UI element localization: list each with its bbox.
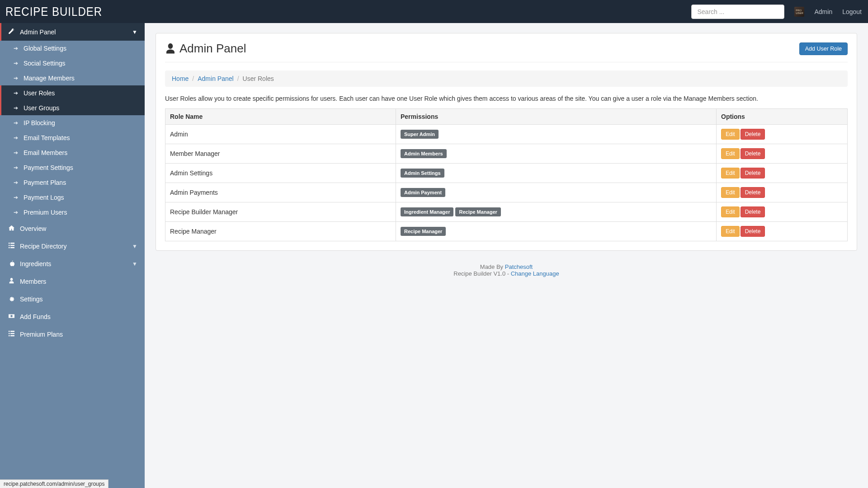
delete-button[interactable]: Delete — [741, 187, 765, 198]
delete-button[interactable]: Delete — [741, 168, 765, 178]
permissions-cell: Admin Members — [396, 144, 717, 164]
delete-button[interactable]: Delete — [741, 206, 765, 217]
sidebar-item-premium-users[interactable]: ➔Premium Users — [0, 205, 145, 220]
sidebar-label-settings: Settings — [20, 296, 43, 303]
options-cell: EditDelete — [717, 125, 848, 144]
nav-admin-link[interactable]: Admin — [814, 8, 832, 15]
sidebar-item-payment-settings[interactable]: ➔Payment Settings — [0, 160, 145, 175]
edit-button[interactable]: Edit — [721, 129, 740, 140]
sidebar: Admin Panel ▼ ➔Global Settings➔Social Se… — [0, 23, 145, 488]
breadcrumb: Home / Admin Panel / User Roles — [165, 70, 848, 87]
sidebar-item-recipe-directory[interactable]: Recipe Directory ▼ — [0, 237, 145, 255]
permission-tag: Admin Payment — [401, 188, 445, 197]
role-name-cell: Recipe Builder Manager — [165, 202, 396, 222]
delete-button[interactable]: Delete — [741, 129, 765, 140]
sidebar-item-email-members[interactable]: ➔Email Members — [0, 145, 145, 160]
arrow-right-icon: ➔ — [14, 179, 18, 186]
table-row: Admin SettingsAdmin SettingsEditDelete — [165, 164, 848, 183]
sidebar-item-premium-plans[interactable]: Premium Plans — [0, 325, 145, 343]
table-row: AdminSuper AdminEditDelete — [165, 125, 848, 144]
arrow-right-icon: ➔ — [14, 120, 18, 126]
sidebar-label-premium-plans: Premium Plans — [20, 331, 63, 338]
arrow-right-icon: ➔ — [14, 90, 18, 96]
footer-change-language[interactable]: Change Language — [511, 270, 559, 277]
footer-brand-link[interactable]: Patchesoft — [505, 263, 533, 270]
edit-button[interactable]: Edit — [721, 148, 740, 159]
sidebar-item-admin-panel[interactable]: Admin Panel ▼ — [0, 23, 145, 41]
permissions-cell: Recipe Manager — [396, 222, 717, 241]
role-name-cell: Admin — [165, 125, 396, 144]
edit-button[interactable]: Edit — [721, 226, 740, 237]
status-url: recipe.patchesoft.com/admin/user_groups — [0, 479, 108, 488]
sidebar-item-label: Global Settings — [24, 45, 66, 52]
add-user-role-button[interactable]: Add User Role — [799, 42, 848, 55]
page-title-text: Admin Panel — [179, 42, 246, 56]
footer-version: Recipe Builder V1.0 - — [453, 270, 510, 277]
edit-button[interactable]: Edit — [721, 187, 740, 198]
sidebar-item-label: User Roles — [24, 89, 55, 97]
permission-tag: Recipe Manager — [455, 207, 500, 216]
brand[interactable]: RECIPE BUILDER — [5, 4, 102, 19]
gear-icon — [7, 296, 15, 303]
page-description: User Roles allow you to create specific … — [165, 95, 848, 102]
user-icon — [165, 43, 176, 54]
table-row: Recipe Builder ManagerIngredient Manager… — [165, 202, 848, 222]
breadcrumb-home[interactable]: Home — [172, 75, 189, 82]
list-icon — [7, 331, 15, 338]
sidebar-item-global-settings[interactable]: ➔Global Settings — [0, 41, 145, 56]
sidebar-item-payment-plans[interactable]: ➔Payment Plans — [0, 175, 145, 190]
money-icon — [7, 313, 15, 320]
sidebar-item-label: User Groups — [24, 104, 59, 112]
sidebar-item-payment-logs[interactable]: ➔Payment Logs — [0, 190, 145, 205]
sidebar-item-members[interactable]: Members — [0, 272, 145, 290]
sidebar-item-email-templates[interactable]: ➔Email Templates — [0, 130, 145, 145]
sidebar-label-add-funds: Add Funds — [20, 313, 51, 320]
sidebar-item-overview[interactable]: Overview — [0, 220, 145, 237]
sidebar-item-label: Manage Members — [24, 75, 75, 82]
avatar[interactable]: PROUSER — [794, 7, 804, 17]
home-icon — [7, 225, 15, 232]
sidebar-item-label: IP Blocking — [24, 119, 55, 127]
table-row: Recipe ManagerRecipe ManagerEditDelete — [165, 222, 848, 241]
delete-button[interactable]: Delete — [741, 148, 765, 159]
search-input[interactable] — [691, 5, 784, 19]
sidebar-item-social-settings[interactable]: ➔Social Settings — [0, 56, 145, 70]
options-cell: EditDelete — [717, 202, 848, 222]
sidebar-label-ingredients: Ingredients — [20, 260, 51, 267]
user-icon — [7, 278, 15, 285]
top-navbar: RECIPE BUILDER PROUSER Admin Logout — [0, 0, 868, 23]
arrow-right-icon: ➔ — [14, 45, 18, 52]
table-row: Member ManagerAdmin MembersEditDelete — [165, 144, 848, 164]
sidebar-item-user-roles[interactable]: ➔User Roles — [0, 85, 145, 100]
sidebar-item-label: Email Members — [24, 149, 67, 156]
sidebar-item-user-groups[interactable]: ➔User Groups — [0, 100, 145, 115]
permissions-cell: Admin Payment — [396, 183, 717, 202]
permissions-cell: Super Admin — [396, 125, 717, 144]
arrow-right-icon: ➔ — [14, 105, 18, 111]
arrow-right-icon: ➔ — [14, 60, 18, 66]
permissions-cell: Ingredient ManagerRecipe Manager — [396, 202, 717, 222]
breadcrumb-current: User Roles — [243, 75, 274, 82]
sidebar-item-manage-members[interactable]: ➔Manage Members — [0, 70, 145, 85]
edit-button[interactable]: Edit — [721, 168, 740, 178]
arrow-right-icon: ➔ — [14, 75, 18, 81]
edit-button[interactable]: Edit — [721, 206, 740, 217]
sidebar-label-overview: Overview — [20, 225, 46, 232]
sidebar-item-add-funds[interactable]: Add Funds — [0, 308, 145, 325]
sidebar-item-ingredients[interactable]: Ingredients ▼ — [0, 255, 145, 272]
sidebar-item-ip-blocking[interactable]: ➔IP Blocking — [0, 115, 145, 130]
sidebar-label-members: Members — [20, 278, 46, 285]
role-name-cell: Admin Settings — [165, 164, 396, 183]
arrow-right-icon: ➔ — [14, 209, 18, 216]
sidebar-item-settings[interactable]: Settings — [0, 290, 145, 308]
permission-tag: Admin Settings — [401, 169, 444, 178]
options-cell: EditDelete — [717, 222, 848, 241]
options-cell: EditDelete — [717, 164, 848, 183]
sidebar-item-label: Email Templates — [24, 134, 70, 141]
sidebar-item-label: Payment Plans — [24, 179, 66, 186]
delete-button[interactable]: Delete — [741, 226, 765, 237]
nav-logout-link[interactable]: Logout — [842, 8, 862, 15]
wrench-icon — [7, 28, 15, 36]
permission-tag: Ingredient Manager — [401, 207, 453, 216]
breadcrumb-admin-panel[interactable]: Admin Panel — [198, 75, 233, 82]
